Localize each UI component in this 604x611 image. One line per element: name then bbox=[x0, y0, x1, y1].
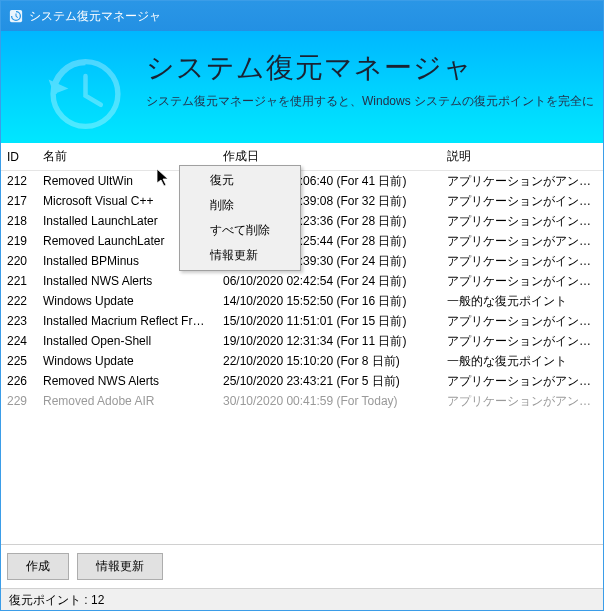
cell-name: Installed Open-Shell bbox=[37, 331, 217, 351]
context-menu[interactable]: 復元 削除 すべて削除 情報更新 bbox=[179, 165, 301, 271]
cell-id: 212 bbox=[1, 171, 37, 192]
refresh-button[interactable]: 情報更新 bbox=[77, 553, 163, 580]
bottom-toolbar: 作成 情報更新 bbox=[1, 544, 603, 588]
cell-desc: アプリケーションがアンインストー bbox=[441, 371, 603, 391]
cell-id: 220 bbox=[1, 251, 37, 271]
cell-id: 218 bbox=[1, 211, 37, 231]
table-row[interactable]: 224Installed Open-Shell19/10/2020 12:31:… bbox=[1, 331, 603, 351]
table-row[interactable]: 217Microsoft Visual C++14/10/2020 02:39:… bbox=[1, 191, 603, 211]
restore-clock-icon bbox=[36, 49, 126, 139]
table-row[interactable]: 229Removed Adobe AIR30/10/2020 00:41:59 … bbox=[1, 391, 603, 411]
cell-id: 226 bbox=[1, 371, 37, 391]
table-row[interactable]: 219Removed LaunchLater18/10/2020 18:25:4… bbox=[1, 231, 603, 251]
ctx-delete-all[interactable]: すべて削除 bbox=[182, 218, 298, 243]
banner-subtitle: システム復元マネージャを使用すると、Windows システムの復元ポイントを完全… bbox=[146, 93, 603, 110]
ctx-refresh[interactable]: 情報更新 bbox=[182, 243, 298, 268]
cell-date: 15/10/2020 11:51:01 (For 15 日前) bbox=[217, 311, 441, 331]
cell-date: 30/10/2020 00:41:59 (For Today) bbox=[217, 391, 441, 411]
ctx-delete[interactable]: 削除 bbox=[182, 193, 298, 218]
cell-id: 224 bbox=[1, 331, 37, 351]
cell-id: 225 bbox=[1, 351, 37, 371]
cell-name: Removed NWS Alerts bbox=[37, 371, 217, 391]
cell-name: Windows Update bbox=[37, 291, 217, 311]
cell-date: 25/10/2020 23:43:21 (For 5 日前) bbox=[217, 371, 441, 391]
cell-id: 222 bbox=[1, 291, 37, 311]
cell-id: 223 bbox=[1, 311, 37, 331]
table-row[interactable]: 218Installed LaunchLater18/10/2020 18:23… bbox=[1, 211, 603, 231]
cell-date: 14/10/2020 15:52:50 (For 16 日前) bbox=[217, 291, 441, 311]
cell-desc: アプリケーションがインストールさ bbox=[441, 191, 603, 211]
cell-desc: アプリケーションがインストールさ bbox=[441, 271, 603, 291]
cell-desc: アプリケーションがアンインストー bbox=[441, 391, 603, 411]
cell-name: Installed NWS Alerts bbox=[37, 271, 217, 291]
cell-desc: アプリケーションがインストールさ bbox=[441, 251, 603, 271]
cell-name: Windows Update bbox=[37, 351, 217, 371]
cell-desc: アプリケーションがインストールさ bbox=[441, 211, 603, 231]
table-row[interactable]: 223Installed Macrium Reflect Free E...15… bbox=[1, 311, 603, 331]
cell-id: 217 bbox=[1, 191, 37, 211]
col-header-desc[interactable]: 説明 bbox=[441, 143, 603, 171]
create-button[interactable]: 作成 bbox=[7, 553, 69, 580]
cell-desc: 一般的な復元ポイント bbox=[441, 351, 603, 371]
cell-id: 229 bbox=[1, 391, 37, 411]
col-header-id[interactable]: ID bbox=[1, 143, 37, 171]
table-row[interactable]: 221Installed NWS Alerts06/10/2020 02:42:… bbox=[1, 271, 603, 291]
cell-desc: アプリケーションがインストールさ bbox=[441, 311, 603, 331]
status-count: 12 bbox=[91, 593, 104, 607]
cell-date: 22/10/2020 15:10:20 (For 8 日前) bbox=[217, 351, 441, 371]
titlebar[interactable]: システム復元マネージャ bbox=[1, 1, 603, 31]
status-bar: 復元ポイント : 12 bbox=[1, 588, 603, 611]
cell-name: Removed Adobe AIR bbox=[37, 391, 217, 411]
table-row[interactable]: 222Windows Update14/10/2020 15:52:50 (Fo… bbox=[1, 291, 603, 311]
app-icon bbox=[9, 9, 23, 23]
status-label: 復元ポイント : bbox=[9, 593, 88, 607]
cell-desc: アプリケーションがアンインストー bbox=[441, 171, 603, 192]
cell-id: 219 bbox=[1, 231, 37, 251]
cell-desc: 一般的な復元ポイント bbox=[441, 291, 603, 311]
table-row[interactable]: 212Removed UltWin06/10/2020 02:06:40 (Fo… bbox=[1, 171, 603, 192]
cell-name: Installed Macrium Reflect Free E... bbox=[37, 311, 217, 331]
restore-points-table[interactable]: ID 名前 作成日 説明 212Removed UltWin06/10/2020… bbox=[1, 143, 603, 544]
window-title: システム復元マネージャ bbox=[29, 8, 161, 25]
ctx-restore[interactable]: 復元 bbox=[182, 168, 298, 193]
table-row[interactable]: 226Removed NWS Alerts25/10/2020 23:43:21… bbox=[1, 371, 603, 391]
cell-desc: アプリケーションがアンインストー bbox=[441, 231, 603, 251]
table-row[interactable]: 220Installed BPMinus22/10/2020 02:39:30 … bbox=[1, 251, 603, 271]
cell-desc: アプリケーションがインストールさ bbox=[441, 331, 603, 351]
cell-date: 19/10/2020 12:31:34 (For 11 日前) bbox=[217, 331, 441, 351]
banner: システム復元マネージャ システム復元マネージャを使用すると、Windows シス… bbox=[1, 31, 603, 143]
cell-date: 06/10/2020 02:42:54 (For 24 日前) bbox=[217, 271, 441, 291]
table-header-row[interactable]: ID 名前 作成日 説明 bbox=[1, 143, 603, 171]
table-row[interactable]: 225Windows Update22/10/2020 15:10:20 (Fo… bbox=[1, 351, 603, 371]
cell-id: 221 bbox=[1, 271, 37, 291]
banner-title: システム復元マネージャ bbox=[146, 49, 603, 87]
